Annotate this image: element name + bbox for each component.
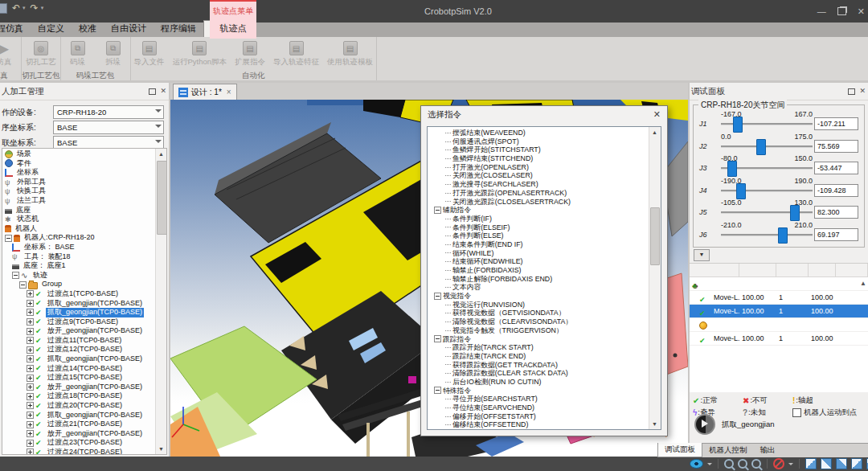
expander-icon[interactable]: [434, 293, 441, 300]
expander-icon[interactable]: [434, 387, 441, 394]
expander-icon[interactable]: [27, 290, 34, 297]
expander-icon[interactable]: [27, 318, 34, 326]
ribbon-button[interactable]: ▤ 导入文件: [131, 39, 168, 68]
command-item[interactable]: 结束循环(ENDWHILE): [428, 257, 649, 266]
joint-slider-thumb[interactable]: [790, 205, 800, 221]
column-header[interactable]: [776, 264, 809, 276]
expander-icon[interactable]: [27, 300, 34, 307]
close-button[interactable]: ✕: [858, 6, 865, 17]
view-cube-left-icon[interactable]: [851, 458, 862, 469]
joint-value-field[interactable]: -109.428: [814, 184, 858, 197]
tree-item[interactable]: 过渡点18(TCP0-BASE): [2, 391, 155, 401]
command-item[interactable]: 寻位开始(SEARCHSTART): [428, 395, 649, 403]
view-cube-back-icon[interactable]: [836, 458, 847, 469]
zoom-window-icon[interactable]: [724, 459, 734, 469]
ribbon-tab[interactable]: 自定义: [31, 21, 72, 37]
ribbon-button[interactable]: ⧉ 码垛: [61, 39, 95, 68]
zoom-out-icon[interactable]: [751, 459, 761, 469]
command-item[interactable]: 鱼鳞焊结束(STITCHEND): [428, 154, 649, 163]
expander-icon[interactable]: [5, 235, 12, 242]
command-item[interactable]: 轴禁止解除(FORBIDAXIS END): [428, 275, 649, 284]
column-header[interactable]: [836, 264, 868, 276]
tree-item[interactable]: 抓取_geongjian(TCP0-BASE): [2, 308, 155, 317]
tree-item[interactable]: 工具： 装配18: [2, 252, 155, 262]
scroll-thumb[interactable]: [650, 207, 660, 265]
play-button[interactable]: [694, 414, 715, 435]
tree-item[interactable]: 过渡点1(TCP0-BASE): [2, 289, 155, 299]
tree-item[interactable]: 放开_geongjian(TCP0-BASE): [2, 326, 155, 336]
dock-tab[interactable]: 机器人控制: [702, 444, 754, 457]
command-item[interactable]: 关闭激光跟踪(CLOSELASERTRACK): [428, 198, 649, 207]
tree-item[interactable]: 过渡点20(TCP0-BASE): [2, 401, 155, 411]
expander-icon[interactable]: [27, 421, 34, 428]
undo-dropdown-icon[interactable]: ▾: [23, 5, 26, 11]
close-panel-icon[interactable]: ✕: [859, 83, 866, 100]
expander-icon[interactable]: [19, 281, 27, 289]
tree-item[interactable]: 坐标系： BASE: [2, 243, 155, 252]
table-row[interactable]: [690, 277, 868, 291]
zoom-in-icon[interactable]: [738, 459, 747, 469]
command-item[interactable]: 获得跟踪数据(GET TRACKDATA): [428, 361, 649, 370]
redo-icon[interactable]: ↷: [31, 2, 39, 14]
joint-slider-track[interactable]: [721, 123, 813, 125]
command-item[interactable]: 跟踪开始(TARCK START): [428, 343, 649, 352]
joint-value-field[interactable]: 69.197: [814, 228, 858, 241]
dropdown-select[interactable]: CRP-RH18-20: [53, 105, 164, 119]
joint-slider-track[interactable]: [721, 190, 813, 192]
undock-icon[interactable]: [848, 88, 855, 95]
tree-item[interactable]: 过渡点12(TCP0-BASE): [2, 345, 155, 354]
checkbox-icon[interactable]: [792, 408, 801, 417]
expand-more-button[interactable]: ▼: [694, 249, 710, 261]
expander-icon[interactable]: [27, 393, 34, 400]
expander-icon[interactable]: [27, 375, 34, 382]
ribbon-tab[interactable]: 程仿真: [0, 21, 31, 37]
minimize-button[interactable]: —: [817, 6, 826, 16]
command-item[interactable]: 摆弧结束(WEAVEEND): [428, 129, 649, 137]
command-item[interactable]: 视觉指令触发（TRIGGERVISON）: [428, 326, 649, 335]
tree-item[interactable]: 快换工具: [2, 186, 155, 196]
section-forbid-icon[interactable]: [773, 458, 784, 469]
tree-item[interactable]: Group: [2, 280, 155, 289]
tree-item[interactable]: 底座： 底座1: [2, 261, 155, 271]
expander-icon[interactable]: [27, 309, 34, 316]
tree-item[interactable]: 抓取_geongjian(TCP0-BASE): [2, 354, 155, 364]
command-item[interactable]: 条件判断(IF): [428, 215, 649, 223]
expander-icon[interactable]: [27, 355, 34, 362]
joint-slider-track[interactable]: [721, 211, 813, 214]
column-header[interactable]: [739, 264, 776, 276]
tree-item[interactable]: 过渡点11(TCP0-BASE): [2, 336, 155, 346]
command-item[interactable]: 打开激光(OPENLASER): [428, 163, 649, 172]
joint-slider-track[interactable]: [721, 145, 813, 148]
joint-value-field[interactable]: -107.211: [814, 117, 858, 130]
ribbon-button[interactable]: ▤ 导入轨迹特征: [270, 39, 322, 68]
scroll-up-icon[interactable]: ▲: [649, 127, 660, 137]
ribbon-button[interactable]: ▤ 使用轨迹模板: [324, 39, 376, 68]
ribbon-button[interactable]: ◎ 切孔工艺: [23, 39, 59, 68]
tree-item[interactable]: 过渡点24(TCP0-BASE): [2, 448, 155, 454]
command-item[interactable]: 后台IO检测(RUN IO CUTIN): [428, 378, 649, 387]
tree-item[interactable]: 法兰工具: [2, 196, 155, 206]
ribbon-tab[interactable]: 自由设计: [104, 21, 154, 37]
expander-icon[interactable]: [27, 365, 34, 372]
tree-item[interactable]: 轨迹: [2, 271, 155, 281]
dialog-close-icon[interactable]: ✕: [653, 106, 661, 123]
command-item[interactable]: 文本内容: [428, 283, 649, 292]
command-item[interactable]: 关闭激光(CLOSELASER): [428, 171, 649, 180]
tree-scrollbar[interactable]: ▲ ▼: [155, 149, 166, 454]
tree-item[interactable]: 场景: [2, 149, 155, 159]
scroll-thumb[interactable]: [157, 161, 167, 235]
command-item[interactable]: 清除视觉数据（CLEARVISONDATA）: [428, 317, 649, 326]
command-item[interactable]: 条件判断(ELSEIF): [428, 223, 649, 232]
joint-slider-thumb[interactable]: [778, 227, 788, 244]
command-item[interactable]: 循环(WHILE): [428, 249, 649, 258]
dialog-title-bar[interactable]: 选择指令 ✕: [421, 106, 667, 123]
ribbon-button[interactable]: ⧉ 拆垛: [96, 39, 130, 68]
command-item[interactable]: 偏移开始(OFFSETSTART): [428, 412, 649, 421]
tree-item[interactable]: 状态机: [2, 215, 155, 224]
command-item[interactable]: 辅助指令: [428, 206, 649, 215]
joint-slider-track[interactable]: [721, 167, 813, 170]
command-item[interactable]: 伺服通讯点焊(SPOT): [428, 137, 649, 146]
view-cube-iso-icon[interactable]: [805, 458, 817, 469]
ribbon-button[interactable]: ▤ 运行Python脚本: [170, 39, 231, 68]
scroll-up-icon[interactable]: ▲: [156, 149, 166, 159]
